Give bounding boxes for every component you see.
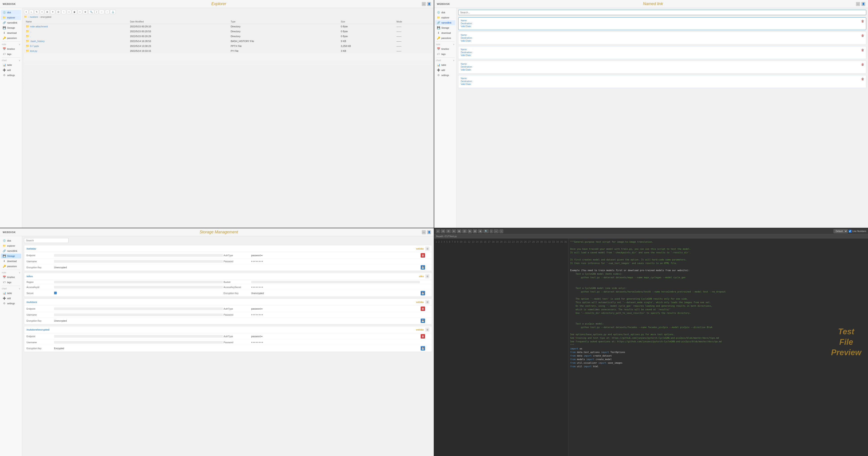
sidebar-add-3[interactable]: ➕ add: [1, 296, 21, 301]
sidebar-table-3[interactable]: 📊 table: [1, 291, 21, 296]
table-row[interactable]: 📁 .bash_history 2022/5/14 16:28:53 BASH_…: [24, 39, 432, 43]
toolbar-expand-btn[interactable]: ↔: [99, 10, 104, 14]
sidebar-add-1[interactable]: ➕ add: [1, 68, 21, 72]
sidebar-item-storage-2[interactable]: 💾 Storage: [435, 25, 455, 30]
table-row[interactable]: 📁 . 2022/5/15 00:20:29 Directory 0 Byte …: [24, 34, 432, 39]
toolbar-home-btn[interactable]: ⌂: [29, 10, 34, 14]
toolbar-search-btn[interactable]: 🔍: [88, 10, 94, 14]
file-link-2[interactable]: ..: [30, 30, 31, 33]
storage-save-nutstore-enc[interactable]: 💾: [421, 346, 425, 351]
sidebar-tags-3[interactable]: 🏷 tags: [1, 280, 21, 285]
toolbar-info-btn[interactable]: i: [95, 10, 98, 14]
table-row[interactable]: 📁 test.py 2022/5/14 19:33:15 PY File 3 K…: [24, 48, 432, 54]
sidebar-item-disk[interactable]: 💿 disk: [1, 10, 21, 15]
toolbar-square-btn[interactable]: □: [78, 10, 82, 14]
toolbar-stop-btn[interactable]: □: [67, 10, 71, 14]
table-row[interactable]: [24, 69, 432, 73]
table-row[interactable]: 📁 0-7.pptx 2022/5/14 13:30:23 PPTX File …: [24, 43, 432, 48]
sidebar-settings-1[interactable]: ⚙ settings: [1, 73, 21, 78]
toolbar-refresh-btn[interactable]: ↻: [34, 10, 39, 14]
sidebar-item-download-2[interactable]: ⬇ download: [435, 30, 455, 35]
nl-delete-2[interactable]: 🗑: [861, 34, 864, 37]
editor-btn-13[interactable]: ↑: [499, 229, 503, 233]
table-row[interactable]: [24, 82, 432, 86]
sidebar-tags-2[interactable]: 🏷 tags: [435, 52, 455, 57]
secure-checkbox-alios[interactable]: [54, 292, 57, 294]
sidebar-item-passstore-2[interactable]: 🔑 passstore: [435, 36, 455, 40]
sidebar-item-disk-2[interactable]: 💿 disk: [435, 10, 455, 15]
sidebar-item-explorer-3[interactable]: 📁 explorer: [1, 243, 21, 248]
sidebar-item-storage-3[interactable]: 💾 Storage: [1, 254, 21, 258]
line-numbers-checkbox[interactable]: [849, 230, 851, 233]
toolbar-record-btn[interactable]: ◉: [72, 10, 77, 14]
named-link-search[interactable]: [458, 10, 866, 15]
storage-save-webdav[interactable]: 💾: [421, 265, 425, 270]
table-row[interactable]: 📁 .. 2022/5/15 00:20:53 Directory 0 Byte…: [24, 29, 432, 34]
sidebar-table-2[interactable]: 📊 table: [435, 63, 455, 67]
table-row[interactable]: [24, 65, 432, 69]
table-row[interactable]: [24, 73, 432, 77]
minimize-icon-2[interactable]: —: [856, 2, 860, 6]
sidebar-table-1[interactable]: 📊 table: [1, 63, 21, 67]
sidebar-item-namedlink-3[interactable]: 🔗 namedlink: [1, 249, 21, 253]
storage-delete-webdav[interactable]: 🗑: [421, 253, 425, 258]
toolbar-add-btn[interactable]: ⊕: [83, 10, 88, 14]
storage-expand-webdav[interactable]: ⊞: [425, 247, 430, 251]
storage-delete-nutstore[interactable]: 🗑: [421, 306, 425, 311]
editor-btn-11[interactable]: i: [490, 229, 493, 233]
file-link-1[interactable]: note-attachment: [30, 25, 48, 28]
sidebar-note-header-2[interactable]: note ∨: [434, 42, 456, 46]
sidebar-chart-header-1[interactable]: chart ∨: [0, 59, 22, 62]
sidebar-item-download-3[interactable]: ⬇ download: [1, 259, 21, 264]
toolbar-back-btn[interactable]: «: [40, 10, 44, 14]
sidebar-chart-header-3[interactable]: chart ∨: [0, 287, 22, 291]
storage-path-alios[interactable]: /alios: [27, 275, 33, 278]
table-row[interactable]: [24, 86, 432, 90]
toolbar-link-btn[interactable]: ⚓: [110, 10, 116, 14]
table-row[interactable]: [24, 61, 432, 65]
avatar-icon-1[interactable]: 👤: [427, 2, 431, 6]
sidebar-chart-header-2[interactable]: chart ∨: [434, 59, 456, 62]
table-row[interactable]: 📁 note-attachment 2022/5/15 00:29:10 Dir…: [24, 24, 432, 29]
avatar-icon-2[interactable]: 👤: [861, 2, 865, 6]
storage-path-webdav[interactable]: /webdav: [27, 247, 36, 250]
storage-search-input[interactable]: [24, 238, 68, 243]
storage-expand-alios[interactable]: ⊞: [425, 274, 430, 279]
storage-path-nutstore-enc[interactable]: /nutstore/encrypted: [27, 328, 50, 331]
storage-expand-nutstore[interactable]: ⊞: [425, 300, 430, 304]
file-link-3[interactable]: .: [30, 35, 31, 38]
breadcrumb-nustore[interactable]: nustore: [30, 15, 38, 18]
table-row[interactable]: [24, 77, 432, 82]
sidebar-settings-2[interactable]: ⚙ settings: [435, 73, 455, 78]
sidebar-item-passstore-1[interactable]: 🔑 passstore: [1, 36, 21, 40]
sidebar-timeline-3[interactable]: 📅 timeline: [1, 275, 21, 280]
sidebar-item-explorer-2[interactable]: 📁 explorer: [435, 15, 455, 20]
editor-btn-2[interactable]: ⟲: [441, 229, 445, 233]
toolbar-circle-btn[interactable]: ○: [61, 10, 66, 14]
sidebar-timeline-2[interactable]: 📅 timeline: [435, 46, 455, 52]
sidebar-item-passstore-3[interactable]: 🔑 passstore: [1, 264, 21, 269]
sidebar-item-explorer-1[interactable]: 📁 explorer: [1, 15, 21, 20]
toolbar-grid-btn[interactable]: ⊞: [45, 10, 50, 14]
sidebar-note-header-1[interactable]: note ∨: [0, 42, 22, 46]
editor-btn-12[interactable]: ↔: [494, 229, 499, 233]
toolbar-up-btn[interactable]: ↑: [105, 10, 109, 14]
sidebar-item-namedlink-2[interactable]: 🔗 namedlink: [435, 20, 455, 25]
avatar-icon-3[interactable]: 👤: [427, 230, 431, 234]
toolbar-minus-btn[interactable]: ⊟: [56, 10, 61, 14]
editor-btn-1[interactable]: ≡: [436, 229, 440, 233]
nl-delete-1[interactable]: 🗑: [861, 19, 864, 23]
nl-delete-3[interactable]: 🗑: [861, 48, 864, 52]
storage-save-nutstore[interactable]: 💾: [421, 319, 425, 323]
sidebar-note-header-3[interactable]: note ∨: [0, 271, 22, 274]
editor-btn-3[interactable]: ⟳: [446, 229, 451, 233]
sidebar-item-namedlink-1[interactable]: 🔗 namedlink: [1, 20, 21, 25]
storage-delete-nutstore-enc[interactable]: 🗑: [421, 334, 425, 338]
file-link-5[interactable]: 0-7.pptx: [30, 45, 39, 47]
sidebar-tags-1[interactable]: 🏷 tags: [1, 52, 21, 57]
nl-delete-5[interactable]: 🗑: [861, 77, 864, 81]
storage-save-alios[interactable]: 💾: [421, 291, 425, 295]
file-link-4[interactable]: .bash_history: [30, 40, 44, 42]
editor-btn-4[interactable]: ✕: [452, 229, 456, 233]
editor-btn-6[interactable]: ⊡: [462, 229, 467, 233]
